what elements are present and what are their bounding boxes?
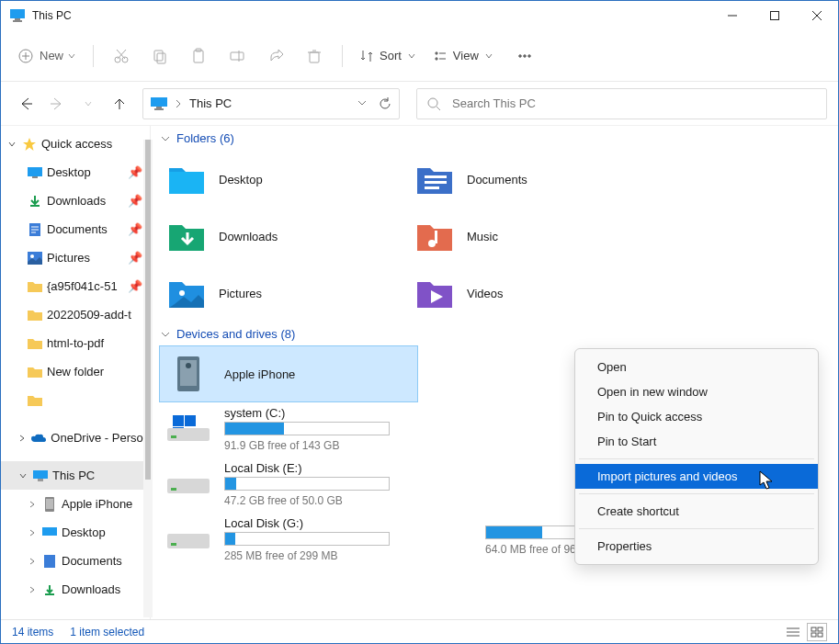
search-input[interactable] bbox=[452, 96, 817, 110]
chevron-down-icon bbox=[6, 140, 17, 149]
sidebar-item-folder[interactable]: {a95f041c-51📌 bbox=[1, 272, 150, 300]
back-button[interactable] bbox=[12, 90, 40, 118]
breadcrumb[interactable]: This PC bbox=[189, 96, 232, 110]
svg-rect-1 bbox=[15, 18, 20, 20]
share-button[interactable] bbox=[259, 40, 292, 73]
recent-dropdown[interactable] bbox=[74, 90, 102, 118]
delete-button[interactable] bbox=[298, 40, 331, 73]
section-drives[interactable]: Devices and drives (8) bbox=[151, 322, 838, 346]
search-box[interactable] bbox=[416, 88, 827, 119]
view-large-button[interactable] bbox=[807, 623, 827, 641]
ctx-open-new[interactable]: Open in new window bbox=[579, 379, 814, 404]
svg-rect-2 bbox=[13, 20, 22, 22]
cut-button[interactable] bbox=[105, 40, 138, 73]
minimize-button[interactable] bbox=[711, 1, 754, 30]
sidebar-quick-access[interactable]: Quick access bbox=[1, 130, 150, 158]
drive-c[interactable]: system (C:) 91.9 GB free of 143 GB bbox=[160, 401, 408, 457]
folder-icon bbox=[27, 392, 43, 409]
pin-icon: 📌 bbox=[128, 222, 142, 236]
download-icon bbox=[41, 582, 58, 598]
sidebar-onedrive[interactable]: OneDrive - Person bbox=[1, 424, 150, 452]
nav-row: This PC bbox=[1, 82, 838, 126]
up-button[interactable] bbox=[106, 90, 133, 118]
sidebar-item-pictures[interactable]: Pictures 📌 bbox=[1, 243, 150, 272]
svg-rect-16 bbox=[194, 51, 203, 62]
section-folders[interactable]: Folders (6) bbox=[151, 126, 838, 151]
svg-rect-59 bbox=[171, 435, 176, 438]
drive-iphone[interactable]: Apple iPhone bbox=[160, 346, 417, 401]
svg-rect-15 bbox=[157, 53, 165, 63]
context-menu: Open Open in new window Pin to Quick acc… bbox=[574, 348, 819, 565]
pin-icon: 📌 bbox=[128, 194, 142, 208]
svg-rect-53 bbox=[435, 231, 437, 243]
refresh-button[interactable] bbox=[379, 97, 391, 110]
svg-line-34 bbox=[437, 107, 440, 110]
sidebar-sub-iphone[interactable]: Apple iPhone bbox=[1, 490, 150, 518]
sidebar-item-folder[interactable]: New folder bbox=[1, 357, 150, 386]
forward-button[interactable] bbox=[43, 90, 71, 118]
chevron-down-icon bbox=[17, 471, 28, 480]
folder-videos[interactable]: Videos bbox=[408, 265, 656, 322]
chevron-right-icon bbox=[175, 98, 182, 109]
new-button[interactable]: New bbox=[12, 40, 82, 73]
pin-icon: 📌 bbox=[128, 165, 142, 179]
toolbar: New Sort View bbox=[1, 30, 838, 82]
cursor-icon bbox=[759, 470, 776, 491]
paste-button[interactable] bbox=[182, 40, 215, 73]
sidebar-item-desktop[interactable]: Desktop 📌 bbox=[1, 158, 150, 186]
ctx-import[interactable]: Import pictures and videos bbox=[575, 464, 818, 489]
svg-rect-60 bbox=[173, 415, 184, 426]
drive-e[interactable]: Local Disk (E:) 47.2 GB free of 50.0 GB bbox=[160, 457, 408, 512]
rename-button[interactable] bbox=[221, 40, 254, 73]
svg-point-29 bbox=[528, 54, 531, 57]
ctx-pin-quick[interactable]: Pin to Quick access bbox=[579, 404, 814, 429]
svg-rect-63 bbox=[167, 479, 210, 493]
ctx-shortcut[interactable]: Create shortcut bbox=[579, 499, 814, 524]
maximize-button[interactable] bbox=[754, 1, 796, 30]
sidebar-item-folder[interactable]: 20220509-add-t bbox=[1, 300, 150, 329]
view-button[interactable]: View bbox=[427, 40, 499, 73]
sidebar-item-folder[interactable] bbox=[1, 386, 150, 414]
copy-button[interactable] bbox=[143, 40, 176, 73]
folder-downloads[interactable]: Downloads bbox=[160, 208, 408, 265]
chevron-right-icon bbox=[27, 500, 38, 509]
ctx-properties[interactable]: Properties bbox=[579, 534, 814, 559]
view-details-button[interactable] bbox=[783, 623, 803, 641]
folder-desktop[interactable]: Desktop bbox=[160, 151, 408, 208]
phone-icon bbox=[167, 356, 210, 391]
sidebar-item-documents[interactable]: Documents 📌 bbox=[1, 215, 150, 243]
chevron-down-icon[interactable] bbox=[357, 97, 368, 110]
sidebar-item-downloads[interactable]: Downloads 📌 bbox=[1, 186, 150, 215]
svg-rect-65 bbox=[167, 534, 210, 548]
ctx-open[interactable]: Open bbox=[579, 355, 814, 379]
pc-icon bbox=[10, 9, 25, 22]
ctx-pin-start[interactable]: Pin to Start bbox=[579, 429, 814, 454]
svg-rect-36 bbox=[32, 176, 38, 178]
svg-rect-31 bbox=[156, 107, 162, 108]
sidebar-sub-downloads[interactable]: Downloads bbox=[1, 575, 150, 604]
desktop-icon bbox=[27, 164, 43, 181]
status-count: 14 items bbox=[12, 626, 53, 638]
more-button[interactable] bbox=[508, 40, 541, 73]
sidebar-this-pc[interactable]: This PC bbox=[1, 461, 150, 490]
address-bar[interactable]: This PC bbox=[142, 88, 400, 119]
folder-icon bbox=[167, 277, 204, 310]
folder-icon bbox=[27, 278, 43, 295]
folder-pictures[interactable]: Pictures bbox=[160, 265, 408, 322]
folder-documents[interactable]: Documents bbox=[408, 151, 656, 208]
folder-icon bbox=[415, 277, 452, 310]
sidebar-sub-documents[interactable]: Documents bbox=[1, 547, 150, 575]
sidebar-sub-desktop[interactable]: Desktop bbox=[1, 518, 150, 547]
svg-rect-50 bbox=[425, 181, 447, 184]
close-button[interactable] bbox=[796, 1, 838, 30]
sort-button[interactable]: Sort bbox=[354, 40, 422, 73]
sidebar-item-folder[interactable]: html-to-pdf bbox=[1, 329, 150, 357]
drive-g[interactable]: Local Disk (G:) 285 MB free of 299 MB bbox=[160, 512, 408, 567]
svg-rect-35 bbox=[28, 167, 42, 176]
chevron-right-icon bbox=[17, 434, 27, 443]
drive-icon bbox=[167, 467, 210, 502]
star-icon bbox=[21, 136, 38, 153]
svg-rect-32 bbox=[154, 108, 164, 110]
pin-icon: 📌 bbox=[128, 279, 142, 293]
folder-music[interactable]: Music bbox=[408, 208, 656, 265]
